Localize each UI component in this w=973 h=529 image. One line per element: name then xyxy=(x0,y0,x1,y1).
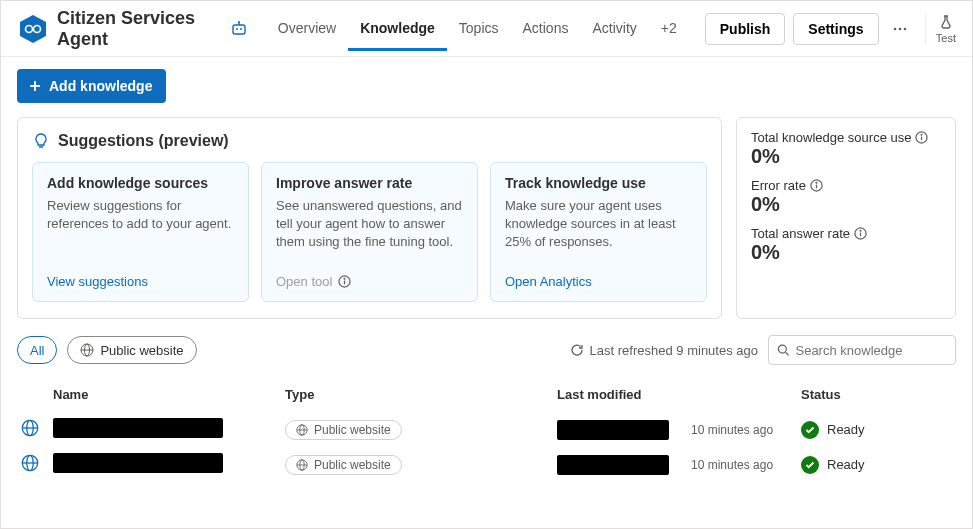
redacted-modified xyxy=(557,420,669,440)
more-icon[interactable] xyxy=(887,13,913,45)
metric-label: Error rate xyxy=(751,178,941,193)
metrics-panel: Total knowledge source use 0% Error rate… xyxy=(736,117,956,319)
knowledge-table: Name Type Last modified Status Public we… xyxy=(17,379,956,482)
bot-icon xyxy=(230,20,248,38)
test-button[interactable]: Test xyxy=(925,14,956,44)
svg-point-22 xyxy=(816,182,817,183)
filter-all[interactable]: All xyxy=(17,336,57,364)
tab-knowledge[interactable]: Knowledge xyxy=(348,6,447,51)
metric-value: 0% xyxy=(751,241,941,264)
svg-line-30 xyxy=(785,352,788,355)
suggestions-panel: Suggestions (preview) Add knowledge sour… xyxy=(17,117,722,319)
column-modified[interactable]: Last modified xyxy=(557,387,801,402)
redacted-name xyxy=(53,453,223,473)
type-tag: Public website xyxy=(285,420,402,440)
metric-value: 0% xyxy=(751,193,941,216)
svg-point-7 xyxy=(236,28,238,30)
tab-activity[interactable]: Activity xyxy=(580,6,648,51)
filter-public-website[interactable]: Public website xyxy=(67,336,196,364)
last-refreshed[interactable]: Last refreshed 9 minutes ago xyxy=(570,343,758,358)
refresh-icon xyxy=(570,343,584,357)
checkmark-icon xyxy=(801,421,819,439)
open-analytics-link[interactable]: Open Analytics xyxy=(505,274,692,289)
search-icon xyxy=(777,343,789,357)
svg-rect-4 xyxy=(233,25,245,34)
tab-topics[interactable]: Topics xyxy=(447,6,511,51)
tab-overflow[interactable]: +2 xyxy=(649,6,689,51)
info-icon[interactable] xyxy=(915,131,928,144)
info-icon[interactable] xyxy=(854,227,867,240)
info-icon xyxy=(338,275,351,288)
redacted-modified xyxy=(557,455,669,475)
metric-label: Total answer rate xyxy=(751,226,941,241)
svg-point-16 xyxy=(344,278,345,279)
globe-icon xyxy=(80,343,94,357)
globe-icon xyxy=(21,454,39,472)
table-row[interactable]: Public website 10 minutes ago Ready xyxy=(17,412,956,447)
suggestion-card-track-use: Track knowledge use Make sure your agent… xyxy=(490,162,707,302)
tab-actions[interactable]: Actions xyxy=(511,6,581,51)
search-input[interactable] xyxy=(795,343,947,358)
open-tool-link: Open tool xyxy=(276,274,463,289)
publish-button[interactable]: Publish xyxy=(705,13,786,45)
view-suggestions-link[interactable]: View suggestions xyxy=(47,274,234,289)
type-tag: Public website xyxy=(285,455,402,475)
table-row[interactable]: Public website 10 minutes ago Ready xyxy=(17,447,956,482)
suggestion-card-improve-answer: Improve answer rate See unanswered quest… xyxy=(261,162,478,302)
svg-point-10 xyxy=(898,27,901,30)
metric-label: Total knowledge source use xyxy=(751,130,941,145)
search-knowledge[interactable] xyxy=(768,335,956,365)
suggestion-card-add-sources: Add knowledge sources Review suggestions… xyxy=(32,162,249,302)
svg-point-29 xyxy=(778,345,786,353)
globe-icon xyxy=(296,424,308,436)
globe-icon xyxy=(21,419,39,437)
svg-point-11 xyxy=(903,27,906,30)
checkmark-icon xyxy=(801,456,819,474)
metric-value: 0% xyxy=(751,145,941,168)
column-status[interactable]: Status xyxy=(801,387,952,402)
info-icon[interactable] xyxy=(810,179,823,192)
tab-overview[interactable]: Overview xyxy=(266,6,348,51)
lightbulb-icon xyxy=(32,132,50,150)
redacted-name xyxy=(53,418,223,438)
flask-icon xyxy=(938,14,954,30)
add-knowledge-button[interactable]: Add knowledge xyxy=(17,69,166,103)
page-title: Citizen Services Agent xyxy=(57,8,216,50)
suggestions-heading: Suggestions (preview) xyxy=(58,132,229,150)
svg-point-19 xyxy=(921,134,922,135)
svg-point-6 xyxy=(238,21,240,23)
nav-tabs: Overview Knowledge Topics Actions Activi… xyxy=(266,6,689,51)
agent-hex-icon xyxy=(17,13,49,45)
plus-icon xyxy=(27,78,43,94)
globe-icon xyxy=(296,459,308,471)
column-name[interactable]: Name xyxy=(53,387,285,402)
svg-point-25 xyxy=(860,230,861,231)
settings-button[interactable]: Settings xyxy=(793,13,878,45)
svg-point-8 xyxy=(240,28,242,30)
column-type[interactable]: Type xyxy=(285,387,557,402)
svg-point-9 xyxy=(893,27,896,30)
